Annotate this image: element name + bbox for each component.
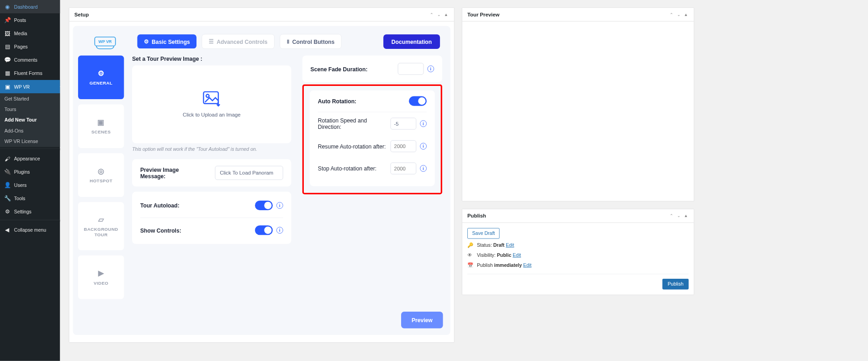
sidebar-separator bbox=[0, 149, 60, 150]
sidebar-item-dashboard[interactable]: ◉Dashboard bbox=[0, 0, 60, 13]
comment-icon: 💬 bbox=[4, 56, 11, 64]
controls-card: Tour Autoload: i Show Controls: bbox=[132, 192, 291, 244]
stop-rotation-input[interactable] bbox=[390, 163, 416, 175]
sidebar-label: Comments bbox=[14, 57, 37, 63]
pin-icon: 📌 bbox=[4, 16, 11, 24]
preview-button[interactable]: Preview bbox=[401, 312, 443, 328]
sidebar-label: Tools bbox=[14, 196, 26, 201]
sidebar-separator bbox=[0, 220, 60, 222]
sliders-icon: ⚙ bbox=[4, 208, 11, 215]
setup-title: Setup bbox=[74, 11, 89, 17]
fade-card: Scene Fade Duration: i bbox=[302, 56, 442, 82]
vtab-general[interactable]: ⚙GENERAL bbox=[78, 56, 124, 100]
info-icon[interactable]: i bbox=[427, 65, 434, 72]
sidebar-item-wpvr[interactable]: ▣WP VR bbox=[0, 80, 60, 93]
upload-preview-image[interactable]: Click to Upload an Image bbox=[132, 65, 291, 143]
main-area: Setup ⌃ ⌄ ▲ WP VR bbox=[60, 0, 703, 361]
panel-down-icon[interactable]: ⌄ bbox=[676, 12, 681, 17]
upload-text: Click to Upload an Image bbox=[183, 112, 241, 118]
user-icon: 👤 bbox=[4, 181, 11, 189]
sidebar-item-plugins[interactable]: 🔌Plugins bbox=[0, 165, 60, 178]
upload-hint: This option will not work if the "Tour A… bbox=[132, 146, 291, 152]
publish-button[interactable]: Publish bbox=[662, 279, 688, 289]
tab-control-buttons[interactable]: ⫴ Control Buttons bbox=[280, 34, 341, 49]
setup-panel: Setup ⌃ ⌄ ▲ WP VR bbox=[69, 7, 455, 343]
preview-message-input[interactable] bbox=[215, 166, 283, 180]
info-icon[interactable]: i bbox=[420, 120, 427, 127]
auto-rotation-toggle[interactable] bbox=[409, 96, 427, 106]
info-icon[interactable]: i bbox=[276, 202, 283, 209]
vtab-label: BACKGROUND TOUR bbox=[78, 227, 124, 238]
save-draft-button[interactable]: Save Draft bbox=[467, 228, 500, 239]
panel-toggle-icon[interactable]: ▲ bbox=[683, 213, 688, 218]
edit-status-link[interactable]: Edit bbox=[506, 243, 514, 248]
target-icon: ◎ bbox=[98, 167, 104, 175]
gear-icon: ⚙ bbox=[144, 38, 149, 45]
edit-date-link[interactable]: Edit bbox=[523, 262, 531, 268]
sidebar-item-comments[interactable]: 💬Comments bbox=[0, 53, 60, 67]
sidebar-collapse[interactable]: ◀Collapse menu bbox=[0, 223, 60, 236]
panel-up-icon[interactable]: ⌃ bbox=[669, 12, 674, 17]
set-preview-label: Set a Tour Preview Image : bbox=[132, 56, 291, 62]
vtab-hotspot[interactable]: ◎HOTSPOT bbox=[78, 153, 124, 197]
scene-fade-label: Scene Fade Duration: bbox=[311, 66, 368, 72]
panel-toggle-icon[interactable]: ▲ bbox=[683, 12, 688, 17]
sidebar-item-fluentforms[interactable]: ▦Fluent Forms bbox=[0, 67, 60, 80]
panel-down-icon[interactable]: ⌄ bbox=[676, 213, 681, 218]
resume-rotation-input[interactable] bbox=[390, 140, 416, 152]
sub-add-new-tour[interactable]: Add New Tour bbox=[0, 115, 60, 125]
tour-preview-title: Tour Preview bbox=[467, 11, 499, 17]
sub-get-started[interactable]: Get Started bbox=[0, 93, 60, 104]
sidebar-item-posts[interactable]: 📌Posts bbox=[0, 13, 60, 27]
sidebar-label: Settings bbox=[14, 209, 32, 214]
scene-fade-input[interactable] bbox=[398, 63, 424, 75]
resume-rotation-label: Resume Auto-rotation after: bbox=[318, 143, 386, 149]
auto-rotation-highlight: Auto Rotation: Rotation Speed and Direct… bbox=[302, 85, 442, 195]
info-icon[interactable]: i bbox=[420, 165, 427, 172]
preview-message-card: Preview Image Message: bbox=[132, 159, 291, 186]
edit-visibility-link[interactable]: Edit bbox=[513, 252, 521, 258]
rotation-speed-input[interactable] bbox=[390, 118, 416, 130]
tab-advanced-controls[interactable]: ☰ Advanced Controls bbox=[202, 34, 275, 49]
sub-tours[interactable]: Tours bbox=[0, 104, 60, 115]
tour-preview-panel: Tour Preview ⌃ ⌄ ▲ bbox=[462, 7, 694, 201]
sidebar-item-users[interactable]: 👤Users bbox=[0, 178, 60, 191]
sidebar-item-tools[interactable]: 🔧Tools bbox=[0, 192, 60, 205]
vtab-background-tour[interactable]: ▱BACKGROUND TOUR bbox=[78, 202, 124, 250]
pages-icon: ▤ bbox=[4, 43, 11, 50]
sliders-icon: ☰ bbox=[209, 38, 214, 45]
tour-autoload-toggle[interactable] bbox=[255, 201, 273, 210]
auto-rotation-label: Auto Rotation: bbox=[318, 98, 356, 104]
sub-license[interactable]: WP VR License bbox=[0, 136, 60, 147]
gear-icon: ⚙ bbox=[98, 69, 105, 78]
sidebar-item-media[interactable]: 🖼Media bbox=[0, 27, 60, 40]
panel-toggle-icon[interactable]: ▲ bbox=[443, 12, 449, 17]
vtab-scenes[interactable]: ▣SCENES bbox=[78, 104, 124, 148]
rotation-speed-label: Rotation Speed and Direction: bbox=[318, 117, 391, 130]
preview-message-label: Preview Image Message: bbox=[140, 167, 200, 180]
sidebar-label: WP VR bbox=[14, 84, 30, 89]
sub-addons[interactable]: Add-Ons bbox=[0, 126, 60, 136]
visibility-label: Visibility: Public Edit bbox=[477, 252, 521, 258]
info-icon[interactable]: i bbox=[420, 143, 427, 150]
layers-icon: ▱ bbox=[98, 215, 104, 224]
sidebar-item-pages[interactable]: ▤Pages bbox=[0, 40, 60, 53]
sidebar-item-settings[interactable]: ⚙Settings bbox=[0, 205, 60, 218]
show-controls-toggle[interactable] bbox=[255, 225, 273, 235]
vtab-video[interactable]: ▶VIDEO bbox=[78, 255, 124, 299]
documentation-button[interactable]: Documentation bbox=[383, 34, 440, 49]
svg-point-1 bbox=[206, 95, 209, 97]
panel-up-icon[interactable]: ⌃ bbox=[429, 12, 434, 17]
info-icon[interactable]: i bbox=[276, 227, 283, 234]
tab-basic-settings[interactable]: ⚙ Basic Settings bbox=[138, 34, 197, 48]
vtab-label: HOTSPOT bbox=[90, 178, 112, 183]
wpvr-logo: WP VR bbox=[95, 37, 116, 46]
sidebar-item-appearance[interactable]: 🖌Appearance bbox=[0, 152, 60, 165]
dashboard-icon: ◉ bbox=[4, 3, 11, 10]
sidebar-label: Users bbox=[14, 182, 27, 188]
panel-up-icon[interactable]: ⌃ bbox=[669, 213, 674, 218]
collapse-icon: ◀ bbox=[4, 226, 11, 234]
tab-label: Advanced Controls bbox=[217, 38, 267, 45]
panel-down-icon[interactable]: ⌄ bbox=[436, 12, 441, 17]
image-icon: ▣ bbox=[97, 118, 105, 127]
